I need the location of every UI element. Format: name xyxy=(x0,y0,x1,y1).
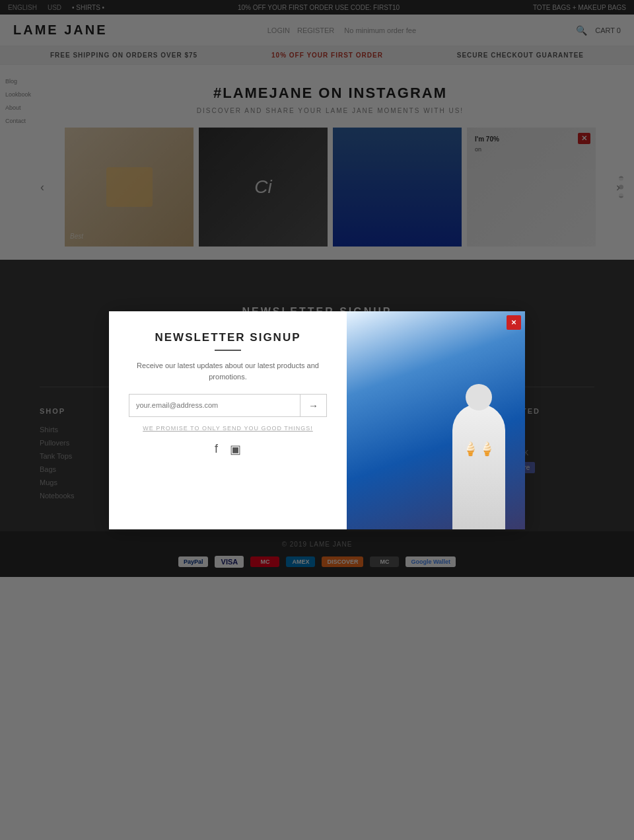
modal-right: 🍦🍦 xyxy=(347,311,525,529)
modal-social-row: f ▣ xyxy=(215,442,241,457)
modal-overlay[interactable]: NEWSLETTER SIGNUP Receive our latest upd… xyxy=(0,0,634,577)
modal-promise: WE PROMISE TO ONLY SEND YOU GOOD THINGS! xyxy=(143,425,313,432)
modal-email-input[interactable] xyxy=(129,395,300,416)
newsletter-modal: NEWSLETTER SIGNUP Receive our latest upd… xyxy=(109,311,525,529)
modal-email-row: → xyxy=(129,394,327,417)
modal-instagram-icon[interactable]: ▣ xyxy=(230,442,241,457)
modal-title: NEWSLETTER SIGNUP xyxy=(155,331,300,344)
modal-facebook-icon[interactable]: f xyxy=(215,442,218,457)
modal-left: NEWSLETTER SIGNUP Receive our latest upd… xyxy=(109,311,347,529)
modal-description: Receive our latest updates about our lat… xyxy=(129,360,327,383)
modal-email-submit[interactable]: → xyxy=(300,395,326,416)
modal-close-button[interactable]: × xyxy=(507,315,521,330)
modal-right-image: 🍦🍦 xyxy=(347,311,525,529)
modal-divider xyxy=(215,350,241,351)
